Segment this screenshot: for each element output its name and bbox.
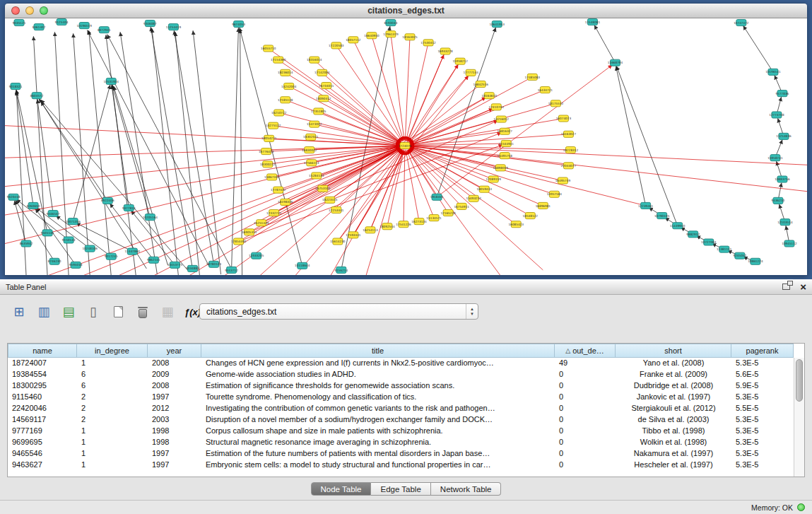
column-header-in_degree[interactable]: in_degree	[77, 344, 148, 358]
close-panel-icon[interactable]: ×	[800, 281, 806, 292]
graph-edge[interactable]	[174, 30, 213, 264]
graph-node[interactable]: 11439950	[670, 223, 686, 229]
graph-edge[interactable]	[189, 148, 401, 276]
graph-edge[interactable]	[73, 33, 90, 276]
graph-node[interactable]: 16254113	[363, 227, 378, 233]
graph-node[interactable]: 12239461	[638, 202, 654, 209]
table-panel-header[interactable]: Table Panel ×	[0, 279, 812, 295]
graph-node[interactable]: 9882917	[686, 231, 700, 238]
graph-edge[interactable]	[16, 91, 26, 276]
graph-edge[interactable]	[5, 146, 400, 158]
graph-node[interactable]: 17854490	[231, 238, 247, 245]
graph-node[interactable]: 18548122	[523, 213, 539, 219]
graph-node[interactable]: 14957584	[547, 191, 563, 197]
graph-node[interactable]: 12103514	[777, 219, 793, 226]
graph-node[interactable]: 10945112	[782, 240, 797, 247]
graph-node[interactable]: 15134571	[426, 215, 442, 221]
graph-node[interactable]: 18164610	[482, 93, 498, 99]
graph-edge[interactable]	[269, 48, 401, 142]
graph-node[interactable]: 10861224	[748, 258, 763, 264]
graph-edge[interactable]	[286, 73, 401, 143]
graph-node[interactable]: 10248106	[83, 245, 98, 252]
graph-edge[interactable]	[408, 73, 471, 142]
graph-edge[interactable]	[193, 30, 220, 274]
float-panel-icon[interactable]	[782, 284, 790, 290]
graph-node[interactable]: 18175510	[548, 100, 564, 107]
column-header-name[interactable]: name	[8, 344, 77, 358]
graph-node[interactable]: 1918455	[430, 194, 444, 200]
graph-edge[interactable]	[353, 40, 403, 141]
graph-node[interactable]: 11254836	[776, 133, 792, 139]
graph-node[interactable]: 18059433	[477, 186, 493, 192]
column-header-year[interactable]: year	[148, 344, 201, 358]
graph-edge[interactable]	[36, 208, 90, 249]
table-row[interactable]: 977716911998Corpus callosum shape and si…	[8, 426, 804, 437]
graph-node[interactable]: 8746230	[48, 258, 61, 264]
graph-node[interactable]: 16898019	[493, 165, 509, 171]
graph-node[interactable]: 15473012	[307, 121, 322, 127]
tab-edge-table[interactable]: Edge Table	[371, 482, 430, 496]
graph-node[interactable]: 17566113	[304, 160, 319, 166]
graph-node[interactable]: 18057112	[346, 37, 361, 43]
graph-node[interactable]: 8604572	[30, 93, 44, 99]
graph-node[interactable]: 18092544	[379, 223, 395, 230]
graph-edge[interactable]	[88, 30, 209, 266]
graph-node[interactable]: 10780124	[206, 261, 222, 267]
graph-node[interactable]: 17777144	[463, 69, 478, 76]
graph-edge[interactable]	[47, 147, 400, 276]
graph-node[interactable]: 18316014	[307, 57, 322, 63]
graph-node[interactable]: 10790105	[654, 213, 670, 219]
graph-edge[interactable]	[410, 146, 807, 192]
table-row[interactable]: 946362711997Embryonic stem cells: a mode…	[8, 460, 804, 471]
graph-node[interactable]: 17530412	[420, 40, 436, 46]
graph-node[interactable]: 16754911	[454, 203, 469, 209]
graph-node[interactable]: 15493212	[466, 195, 481, 201]
graph-node[interactable]: 9505135	[41, 230, 54, 236]
tab-network-table[interactable]: Network Table	[431, 482, 502, 496]
graph-edge[interactable]	[16, 90, 33, 206]
graph-node[interactable]: 8872941	[98, 27, 111, 33]
show-columns-button[interactable]: ▥	[33, 302, 54, 322]
graph-edge[interactable]	[410, 90, 546, 144]
graph-edge[interactable]	[112, 85, 129, 208]
graph-edge[interactable]	[410, 119, 563, 145]
graph-node[interactable]: 15958741	[767, 155, 783, 161]
graph-node[interactable]: 9150533	[62, 237, 76, 243]
graph-node[interactable]: 10071356	[65, 218, 81, 225]
table-row[interactable]: 1938455462009Genome-wide association stu…	[8, 369, 804, 380]
graph-node[interactable]: 16210722	[271, 110, 287, 116]
table-row[interactable]: 911546021997Tourette syndrome. Phenomeno…	[8, 392, 804, 403]
graph-node[interactable]: 10196519	[77, 23, 93, 29]
graph-node[interactable]: 16905314	[242, 229, 257, 235]
graph-node[interactable]: 9017245	[105, 253, 118, 259]
vertical-scrollbar[interactable]	[794, 358, 804, 477]
graph-node[interactable]: 18090417	[316, 95, 331, 102]
graph-node[interactable]: 8922406	[101, 197, 114, 204]
table-row[interactable]: 1456911722003Disruption of a novel membe…	[8, 414, 804, 426]
graph-edge[interactable]	[322, 73, 401, 142]
graph-node[interactable]: 16074073	[556, 115, 572, 122]
graph-node[interactable]: 14275122	[266, 122, 281, 129]
graph-node[interactable]: 11548081	[585, 19, 601, 25]
graph-node[interactable]: 9862141	[147, 257, 160, 263]
graph-node[interactable]: 8193044	[384, 20, 398, 26]
graph-node[interactable]: 17089159	[486, 176, 502, 182]
graph-edge[interactable]	[616, 66, 677, 226]
graph-node[interactable]: 18054271	[261, 135, 277, 141]
table-select-dropdown[interactable]: citations_edges.txt ▲▼	[199, 303, 478, 320]
graph-node[interactable]: 22044077	[561, 163, 577, 169]
column-header-short[interactable]: short	[616, 344, 731, 358]
scrollbar-thumb[interactable]	[796, 359, 803, 402]
table-row[interactable]: 946554611997Estimation of the future num…	[8, 448, 804, 460]
graph-node[interactable]: 17485083	[525, 74, 541, 80]
graph-node[interactable]: 11668794	[608, 59, 623, 66]
graph-node[interactable]: 14242004	[281, 83, 297, 90]
zoom-button[interactable]	[40, 6, 48, 15]
graph-node[interactable]: 10205164	[143, 214, 158, 221]
graph-edge[interactable]	[40, 100, 187, 270]
graph-edge[interactable]	[151, 27, 192, 269]
graph-node[interactable]: 15614230	[330, 238, 346, 245]
graph-node[interactable]: 9320418	[7, 194, 20, 200]
graph-node[interactable]: 11254419	[166, 24, 182, 30]
column-header-pagerank[interactable]: pagerank	[731, 344, 794, 358]
